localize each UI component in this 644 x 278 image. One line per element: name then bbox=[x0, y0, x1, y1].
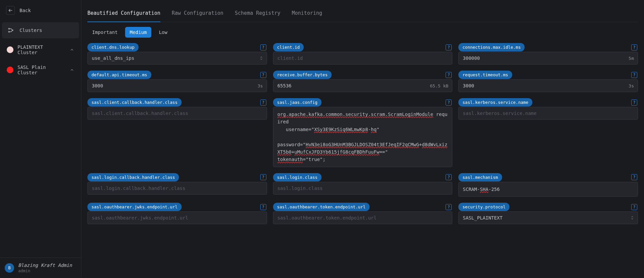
tab-secondary-1[interactable]: Medium bbox=[125, 27, 152, 38]
field-sasl-login-callback-handler-class: sasl.login.callback.handler.class ? bbox=[87, 173, 267, 195]
status-dot-icon bbox=[7, 46, 13, 53]
back-label: Back bbox=[20, 8, 31, 13]
help-icon[interactable]: ? bbox=[631, 174, 637, 180]
sidebar-cluster-plaintext[interactable]: PLAINTEXT Cluster bbox=[2, 40, 79, 60]
field-badge: client.dns.lookup bbox=[87, 43, 139, 51]
back-arrow-icon bbox=[6, 6, 15, 15]
field-badge: receive.buffer.bytes bbox=[273, 71, 332, 79]
field-badge: sasl.mechanism bbox=[458, 173, 502, 182]
field-badge: sasl.oauthbearer.token.endpoint.url bbox=[273, 203, 370, 211]
sasl-login-class-input[interactable] bbox=[273, 182, 453, 195]
tab-primary-1[interactable]: Raw Configuration bbox=[172, 6, 224, 22]
help-icon[interactable]: ? bbox=[631, 100, 637, 106]
help-icon[interactable]: ? bbox=[446, 100, 452, 106]
sasl-client-callback-handler-class-input[interactable] bbox=[87, 107, 267, 120]
field-sasl-oauthbearer-token-endpoint-url: sasl.oauthbearer.token.endpoint.url ? bbox=[273, 203, 453, 224]
svg-point-1 bbox=[8, 31, 9, 32]
security-protocol-select[interactable]: SASL_PLAINTEXT bbox=[458, 211, 638, 224]
back-button[interactable]: Back bbox=[2, 3, 79, 17]
field-badge: request.timeout.ms bbox=[458, 71, 512, 79]
field-sasl-jaas-config: sasl.jaas.config ? org.apache.kafka.comm… bbox=[273, 98, 453, 167]
user-sub: admin bbox=[18, 269, 72, 273]
clusters-icon bbox=[7, 26, 15, 34]
svg-point-0 bbox=[8, 28, 9, 29]
field-badge: sasl.login.class bbox=[273, 173, 321, 182]
sasl-oauthbearer-jwks-endpoint-url-input[interactable] bbox=[87, 211, 267, 224]
field-client-dns-lookup: client.dns.lookup ? use_all_dns_ips bbox=[87, 43, 267, 65]
status-dot-icon bbox=[7, 67, 13, 73]
help-icon[interactable]: ? bbox=[446, 72, 452, 78]
tab-secondary-2[interactable]: Low bbox=[154, 27, 172, 38]
field-default-api-timeout-ms: default.api.timeout.ms ? 3s bbox=[87, 71, 267, 92]
field-receive-buffer-bytes: receive.buffer.bytes ? 65.5 kB bbox=[273, 71, 453, 92]
config-grid: client.dns.lookup ? use_all_dns_ips clie… bbox=[87, 43, 638, 224]
user-footer[interactable]: B Blazing Kraft Admin admin bbox=[0, 257, 81, 278]
tab-primary-3[interactable]: Monitoring bbox=[292, 6, 322, 22]
field-badge: sasl.client.callback.handler.class bbox=[87, 98, 182, 107]
tabs-primary: Beautified ConfigurationRaw Configuratio… bbox=[87, 6, 638, 22]
help-icon[interactable]: ? bbox=[446, 204, 452, 210]
sidebar-item-clusters[interactable]: Clusters bbox=[2, 22, 79, 38]
chevron-up-icon bbox=[70, 68, 74, 72]
client-dns-lookup-select[interactable]: use_all_dns_ips bbox=[87, 52, 267, 65]
help-icon[interactable]: ? bbox=[631, 72, 637, 78]
field-badge: sasl.oauthbearer.jwks.endpoint.url bbox=[87, 203, 182, 211]
help-icon[interactable]: ? bbox=[631, 44, 637, 50]
field-sasl-login-class: sasl.login.class ? bbox=[273, 173, 453, 195]
cluster-label: PLAINTEXT Cluster bbox=[17, 44, 66, 55]
sidebar-item-label: Clusters bbox=[20, 28, 42, 33]
sidebar: Back Clusters PLAINTEXT Cluster bbox=[0, 0, 81, 278]
chevron-up-icon bbox=[70, 47, 74, 52]
tab-primary-2[interactable]: Schema Registry bbox=[235, 6, 280, 22]
request-timeout-ms-input[interactable] bbox=[458, 79, 638, 92]
svg-point-2 bbox=[12, 30, 13, 31]
help-icon[interactable]: ? bbox=[631, 204, 637, 210]
cluster-label: SASL Plain Cluster bbox=[17, 65, 66, 75]
tabs-secondary: ImportantMediumLow bbox=[87, 22, 638, 40]
field-sasl-client-callback-handler-class: sasl.client.callback.handler.class ? bbox=[87, 98, 267, 120]
field-badge: sasl.login.callback.handler.class bbox=[87, 173, 179, 182]
sidebar-cluster-sasl[interactable]: SASL Plain Cluster bbox=[2, 60, 79, 80]
main-content: Beautified ConfigurationRaw Configuratio… bbox=[81, 0, 644, 278]
client-id-input[interactable] bbox=[273, 52, 453, 65]
field-connections-max-idle-ms: connections.max.idle.ms ? 5m bbox=[458, 43, 638, 65]
field-sasl-mechanism: sasl.mechanism ? SCRAM-SHA-256 bbox=[458, 173, 638, 197]
help-icon[interactable]: ? bbox=[260, 44, 266, 50]
tab-primary-0[interactable]: Beautified Configuration bbox=[87, 6, 160, 22]
sasl-login-callback-handler-class-input[interactable] bbox=[87, 182, 267, 195]
sasl-jaas-config-textarea[interactable]: org.apache.kafka.common.security.scram.S… bbox=[273, 107, 453, 167]
field-badge: client.id bbox=[273, 43, 304, 51]
connections-max-idle-ms-input[interactable] bbox=[458, 52, 638, 65]
field-badge: connections.max.idle.ms bbox=[458, 43, 525, 51]
help-icon[interactable]: ? bbox=[446, 174, 452, 180]
receive-buffer-bytes-input[interactable] bbox=[273, 79, 453, 92]
help-icon[interactable]: ? bbox=[446, 44, 452, 50]
help-icon[interactable]: ? bbox=[260, 72, 266, 78]
tab-secondary-0[interactable]: Important bbox=[87, 27, 122, 38]
avatar: B bbox=[5, 263, 14, 273]
field-request-timeout-ms: request.timeout.ms ? 3s bbox=[458, 71, 638, 92]
field-badge: sasl.jaas.config bbox=[273, 98, 321, 107]
field-sasl-oauthbearer-jwks-endpoint-url: sasl.oauthbearer.jwks.endpoint.url ? bbox=[87, 203, 267, 224]
field-security-protocol: security.protocol ? SASL_PLAINTEXT bbox=[458, 203, 638, 224]
user-name: Blazing Kraft Admin bbox=[18, 263, 72, 268]
sasl-mechanism-input[interactable]: SCRAM-SHA-256 bbox=[458, 182, 638, 197]
sasl-kerberos-service-name-input[interactable] bbox=[458, 107, 638, 120]
field-client-id: client.id ? bbox=[273, 43, 453, 65]
sasl-oauthbearer-token-endpoint-url-input[interactable] bbox=[273, 211, 453, 224]
field-badge: default.api.timeout.ms bbox=[87, 71, 151, 79]
help-icon[interactable]: ? bbox=[260, 204, 266, 210]
field-sasl-kerberos-service-name: sasl.kerberos.service.name ? bbox=[458, 98, 638, 120]
help-icon[interactable]: ? bbox=[260, 100, 266, 106]
field-badge: sasl.kerberos.service.name bbox=[458, 98, 532, 107]
help-icon[interactable]: ? bbox=[260, 174, 266, 180]
default-api-timeout-ms-input[interactable] bbox=[87, 79, 267, 92]
field-badge: security.protocol bbox=[458, 203, 509, 211]
